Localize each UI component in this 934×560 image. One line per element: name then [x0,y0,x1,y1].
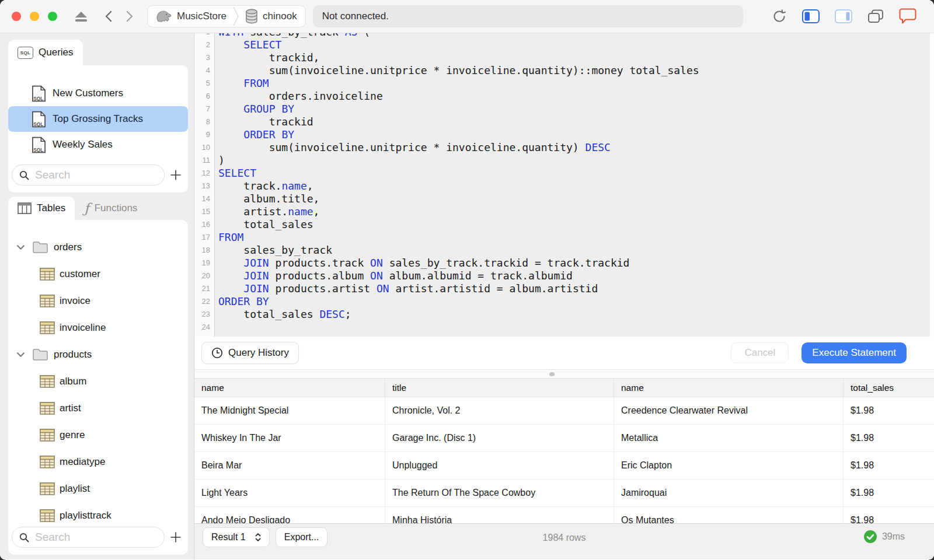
table-cell[interactable]: Minha História [385,507,614,523]
code-line[interactable] [215,321,930,334]
eject-icon[interactable] [75,11,88,22]
minimize-window-button[interactable] [30,12,39,21]
table-cell[interactable]: Eric Clapton [614,452,844,479]
table-cell[interactable]: The Return Of The Space Cowboy [385,480,614,506]
tree-item-mediatype[interactable]: mediatype [8,449,188,475]
table-row[interactable]: Light YearsThe Return Of The Space Cowbo… [194,480,934,507]
code-line[interactable]: orders.invoiceline [215,90,930,103]
code-line[interactable]: track.name, [215,180,930,192]
code-line[interactable]: total_sales DESC; [215,308,930,321]
table-cell[interactable]: Garage Inc. (Disc 1) [385,425,614,452]
sql-editor[interactable]: 123456789101112131415161718192021222324 … [194,33,934,337]
table-cell[interactable]: Unplugged [385,452,614,479]
code-line[interactable]: JOIN products.album ON album.albumid = t… [215,270,930,282]
table-cell[interactable]: The Midnight Special [194,397,385,424]
code-line[interactable]: ) [215,154,930,167]
column-header-title[interactable]: title [385,379,614,397]
chevron-down-icon[interactable] [16,352,26,358]
back-button[interactable] [105,10,112,22]
code-line[interactable]: FROM [215,77,930,90]
tree-item-label: mediatype [60,456,105,468]
table-row[interactable]: Ando Meio DesligadoMinha HistóriaOs Muta… [194,507,934,523]
tree-item-customer[interactable]: customer [8,261,188,288]
windows-icon[interactable] [867,9,884,23]
code-line[interactable]: WITH sales_by_track AS ( [215,33,930,38]
line-number: 19 [194,257,214,270]
table-row[interactable]: Whiskey In The JarGarage Inc. (Disc 1)Me… [194,425,934,452]
breadcrumb-item-server[interactable]: MusicStore [150,9,232,23]
tree-item-products[interactable]: products [8,341,188,368]
tree-item-album[interactable]: album [8,368,188,395]
table-cell[interactable]: Jamiroquai [614,480,844,506]
code-line[interactable]: sum(invoiceline.unitprice * invoiceline.… [215,64,930,77]
code-line[interactable]: ORDER BY [215,128,930,141]
splitter-handle-icon[interactable] [549,372,555,376]
feedback-chat-icon[interactable] [899,8,916,24]
code-line[interactable]: sum(invoiceline.unitprice * invoiceline.… [215,141,930,154]
tree-item-artist[interactable]: artist [8,395,188,422]
tab-queries[interactable]: SQL Queries [8,40,83,65]
tab-tables[interactable]: Tables [8,197,75,220]
code-line[interactable]: SELECT [215,38,930,51]
execute-statement-button[interactable]: Execute Statement [801,342,907,363]
tables-search-input[interactable] [12,527,165,548]
table-cell[interactable]: $1.98 [844,480,934,506]
table-cell[interactable]: $1.98 [844,452,934,479]
forward-button[interactable] [126,10,133,22]
close-window-button[interactable] [12,12,21,21]
query-item-top-grossing-tracks[interactable]: SQL Top Grossing Tracks [8,106,188,132]
tree-item-playlist[interactable]: playlist [8,475,188,502]
code-line[interactable]: trackid [215,116,930,128]
zoom-window-button[interactable] [48,12,57,21]
code-line[interactable]: ORDER BY [215,295,930,308]
table-cell[interactable]: Beira Mar [194,452,385,479]
code-line[interactable]: JOIN products.artist ON artist.artistid … [215,282,930,295]
code-line[interactable]: JOIN products.track ON sales_by_track.tr… [215,257,930,270]
add-table-button[interactable] [167,528,184,546]
table-cell[interactable]: Os Mutantes [614,507,844,523]
tree-item-invoiceline[interactable]: invoiceline [8,314,188,341]
tree-item-invoice[interactable]: invoice [8,288,188,314]
tree-item-orders[interactable]: orders [8,234,188,261]
table-cell[interactable]: $1.98 [844,507,934,523]
toggle-left-sidebar-icon[interactable] [802,9,820,23]
table-cell[interactable]: Chronicle, Vol. 2 [385,397,614,424]
code-line[interactable]: album.title, [215,192,930,205]
table-row[interactable]: Beira MarUnpluggedEric Clapton$1.98 [194,452,934,480]
tree-item-genre[interactable]: genre [8,422,188,449]
table-cell[interactable]: $1.98 [844,397,934,424]
chevron-down-icon[interactable] [16,244,26,250]
tab-functions[interactable]: ƒ Functions [75,197,147,220]
table-cell[interactable]: Light Years [194,480,385,506]
toggle-right-sidebar-icon[interactable] [835,9,852,23]
tree-item-playlisttrack[interactable]: playlisttrack [8,502,188,529]
code-line[interactable]: sales_by_track [215,244,930,257]
code-line[interactable]: artist.name, [215,205,930,218]
code-line[interactable]: total_sales [215,218,930,231]
queries-search-input[interactable] [12,164,165,186]
column-header-name[interactable]: name [614,379,844,397]
table-cell[interactable]: Ando Meio Desligado [194,507,385,523]
table-row[interactable]: The Midnight SpecialChronicle, Vol. 2Cre… [194,397,934,425]
table-cell[interactable]: Creedence Clearwater Revival [614,397,844,424]
sql-code[interactable]: WITH sales_by_track AS ( SELECT trackid,… [215,33,930,337]
table-cell[interactable]: Metallica [614,425,844,452]
column-header-total-sales[interactable]: total_sales [844,379,934,397]
table-cell[interactable]: $1.98 [844,425,934,452]
table-cell[interactable]: Whiskey In The Jar [194,425,385,452]
code-line[interactable]: GROUP BY [215,103,930,116]
query-item-weekly-sales[interactable]: SQL Weekly Sales [8,132,188,158]
add-query-button[interactable] [167,166,184,184]
query-item-new-customers[interactable]: SQL New Customers [8,80,188,106]
query-history-button[interactable]: Query History [201,342,299,364]
code-line[interactable]: SELECT [215,167,930,180]
code-line[interactable]: FROM [215,231,930,244]
breadcrumb-item-database[interactable]: chinook [239,9,303,24]
column-header-name[interactable]: name [194,379,385,397]
result-selector[interactable]: Result 1 [203,527,270,547]
export-button[interactable]: Export... [276,527,328,547]
pane-splitter[interactable] [194,370,934,378]
code-line[interactable]: trackid, [215,51,930,64]
refresh-icon[interactable] [772,9,787,24]
cancel-button[interactable]: Cancel [731,342,789,363]
